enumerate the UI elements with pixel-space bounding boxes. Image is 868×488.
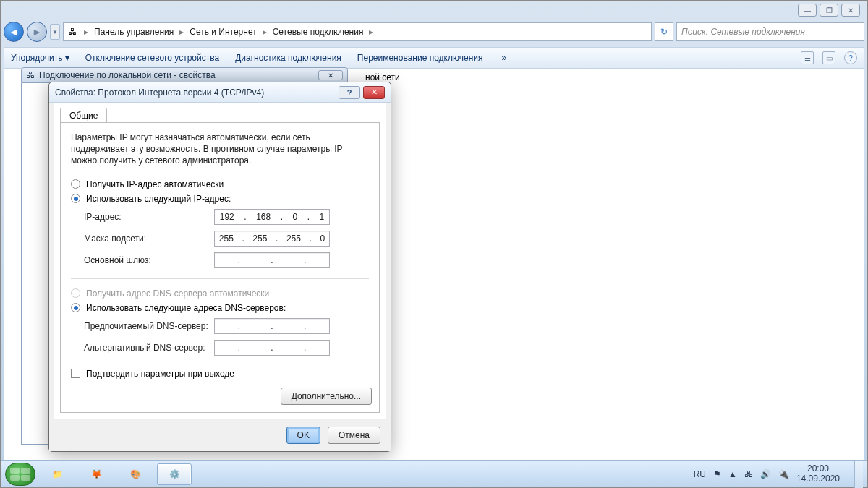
breadcrumb-item[interactable]: Сетевые подключения xyxy=(273,27,364,37)
ok-button[interactable]: OK xyxy=(286,427,320,444)
action-center-icon[interactable]: ▲ xyxy=(728,469,737,479)
general-panel: Параметры IP могут назначаться автоматич… xyxy=(60,122,380,413)
advanced-button[interactable]: Дополнительно... xyxy=(281,388,372,405)
ip-auto-radio[interactable]: Получить IP-адрес автоматически xyxy=(71,177,369,192)
chevron-right-icon: ▸ xyxy=(367,27,375,37)
language-indicator[interactable]: RU xyxy=(694,469,706,479)
gateway-input[interactable]: . . . xyxy=(214,252,330,268)
volume-icon[interactable]: 🔊 xyxy=(760,469,771,479)
breadcrumb-item[interactable]: Сеть и Интернет xyxy=(190,27,256,37)
search-input[interactable]: Поиск: Сетевые подключения xyxy=(676,22,864,41)
separator xyxy=(71,278,369,279)
ip-address-input[interactable]: 192. 168. 0. 1 xyxy=(214,209,330,225)
network-adapter-icon: 🖧 xyxy=(26,70,35,80)
dns-manual-radio[interactable]: Использовать следующие адреса DNS-сервер… xyxy=(71,301,369,315)
checkbox-icon xyxy=(71,369,80,378)
disable-device-button[interactable]: Отключение сетевого устройства xyxy=(85,53,219,63)
radio-icon xyxy=(71,194,80,203)
breadcrumb-item[interactable]: Панель управления xyxy=(94,27,174,37)
connection-name-fragment: ной сети xyxy=(365,72,400,82)
show-desktop-button[interactable] xyxy=(854,461,863,488)
power-icon[interactable]: 🔌 xyxy=(778,469,789,479)
diagnose-button[interactable]: Диагностика подключения xyxy=(235,53,341,63)
system-tray: RU ⚑ ▲ 🖧 🔊 🔌 20:00 14.09.2020 xyxy=(694,461,863,488)
taskbar: 📁 🦊 🎨 ⚙️ RU ⚑ ▲ 🖧 🔊 🔌 20:00 14.09.2020 xyxy=(1,460,867,487)
view-options-icon[interactable]: ☰ xyxy=(801,51,814,64)
connection-properties-dialog: 🖧 Подключение по локальной сети - свойст… xyxy=(21,67,348,83)
refresh-button[interactable]: ↻ xyxy=(655,22,673,41)
nav-history-dropdown[interactable]: ▼ xyxy=(50,24,60,40)
radio-icon xyxy=(71,288,80,298)
window-controls: — ❐ ✕ xyxy=(798,4,860,17)
explorer-taskbar-icon[interactable]: 📁 xyxy=(40,463,75,485)
preview-pane-icon[interactable]: ▭ xyxy=(822,51,835,64)
tray-flag-icon[interactable]: ⚑ xyxy=(713,469,721,479)
close-icon[interactable]: ✕ xyxy=(318,70,343,80)
checkbox-label: Подтвердить параметры при выходе xyxy=(86,369,234,379)
subnet-mask-input[interactable]: 255. 255. 255. 0 xyxy=(214,231,330,247)
dialog-body: Общие Параметры IP могут назначаться авт… xyxy=(54,103,386,419)
alternate-dns-input[interactable]: . . . xyxy=(214,340,330,356)
app-taskbar-icon[interactable]: 🎨 xyxy=(118,463,153,485)
radio-label: Использовать следующие адреса DNS-сервер… xyxy=(86,303,286,313)
dialog-title: Подключение по локальной сети - свойства xyxy=(39,70,216,80)
nav-bar: ◄ ► ▼ 🖧 ▸ Панель управления ▸ Сеть и Инт… xyxy=(4,20,864,44)
dns-auto-radio: Получить адрес DNS-сервера автоматически xyxy=(71,286,369,301)
search-placeholder: Поиск: Сетевые подключения xyxy=(681,27,805,37)
validate-on-exit-checkbox[interactable]: Подтвердить параметры при выходе xyxy=(71,369,369,379)
radio-icon xyxy=(71,303,80,312)
ipv4-properties-dialog: Свойства: Протокол Интернета версии 4 (T… xyxy=(48,82,391,452)
radio-label: Получить адрес DNS-сервера автоматически xyxy=(86,288,269,299)
maximize-button[interactable]: ❐ xyxy=(820,4,838,17)
subnet-mask-label: Маска подсети: xyxy=(84,234,214,244)
help-button[interactable]: ? xyxy=(339,86,360,99)
explorer-window: — ❐ ✕ ◄ ► ▼ 🖧 ▸ Панель управления ▸ Сеть… xyxy=(0,0,868,488)
gateway-label: Основной шлюз: xyxy=(84,255,214,265)
address-bar[interactable]: 🖧 ▸ Панель управления ▸ Сеть и Интернет … xyxy=(63,22,652,41)
network-tray-icon[interactable]: 🖧 xyxy=(744,469,753,479)
dialog-footer: OK Отмена xyxy=(49,419,391,451)
cancel-button[interactable]: Отмена xyxy=(328,427,380,444)
minimize-button[interactable]: — xyxy=(798,4,817,17)
radio-icon xyxy=(71,179,80,189)
overflow-button[interactable]: » xyxy=(501,53,506,63)
preferred-dns-label: Предпочитаемый DNS-сервер: xyxy=(84,321,214,331)
help-icon[interactable]: ? xyxy=(844,51,857,64)
chevron-right-icon: ▸ xyxy=(82,27,90,37)
organize-menu[interactable]: Упорядочить ▾ xyxy=(11,53,69,63)
general-tab[interactable]: Общие xyxy=(60,108,107,124)
chevron-right-icon: ▸ xyxy=(261,27,268,37)
chevron-right-icon: ▸ xyxy=(178,27,185,37)
forward-button[interactable]: ► xyxy=(27,22,47,42)
ip-manual-radio[interactable]: Использовать следующий IP-адрес: xyxy=(71,192,369,206)
control-panel-taskbar-icon[interactable]: ⚙️ xyxy=(157,463,192,485)
clock[interactable]: 20:00 14.09.2020 xyxy=(796,464,844,483)
rename-button[interactable]: Переименование подключения xyxy=(357,53,483,63)
close-button[interactable]: ✕ xyxy=(363,86,385,99)
ip-address-label: IP-адрес: xyxy=(84,212,214,222)
alternate-dns-label: Альтернативный DNS-сервер: xyxy=(84,343,214,353)
firefox-taskbar-icon[interactable]: 🦊 xyxy=(79,463,114,485)
back-button[interactable]: ◄ xyxy=(4,22,24,42)
clock-time: 20:00 xyxy=(796,464,840,474)
network-icon: 🖧 xyxy=(67,26,78,38)
close-button[interactable]: ✕ xyxy=(841,4,860,17)
description-text: Параметры IP могут назначаться автоматич… xyxy=(71,132,369,167)
dialog-title: Свойства: Протокол Интернета версии 4 (T… xyxy=(55,87,264,98)
clock-date: 14.09.2020 xyxy=(796,474,840,484)
dialog-titlebar: Свойства: Протокол Интернета версии 4 (T… xyxy=(49,82,391,103)
start-button[interactable] xyxy=(5,463,35,486)
radio-label: Получить IP-адрес автоматически xyxy=(86,179,224,189)
preferred-dns-input[interactable]: . . . xyxy=(214,318,330,334)
radio-label: Использовать следующий IP-адрес: xyxy=(86,194,231,204)
command-bar: Упорядочить ▾ Отключение сетевого устрой… xyxy=(4,47,864,69)
